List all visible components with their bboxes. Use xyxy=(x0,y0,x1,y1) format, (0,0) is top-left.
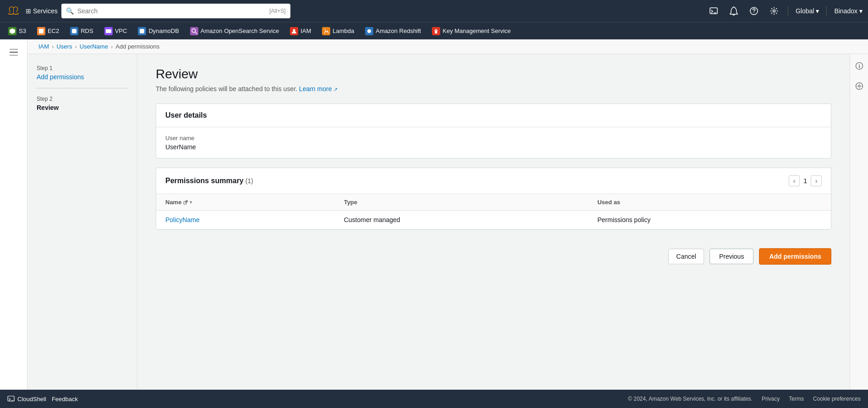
rds-icon xyxy=(70,27,78,35)
vpc-icon xyxy=(104,27,113,35)
page-title: Review xyxy=(156,67,831,82)
username-value: UserName xyxy=(165,143,822,151)
grid-icon: ⊞ xyxy=(26,7,31,15)
redshift-label: Amazon Redshift xyxy=(376,27,421,34)
service-pill-lambda[interactable]: Lambda xyxy=(317,25,359,38)
lambda-label: Lambda xyxy=(333,27,354,34)
service-pill-dynamodb[interactable]: DynamoDB xyxy=(133,25,183,38)
page-content: Step 1 Add permissions Step 2 Review Rev… xyxy=(27,54,868,390)
step-1-label: Step 1 xyxy=(37,65,128,71)
service-pill-ec2[interactable]: EC2 xyxy=(33,25,64,38)
dynamodb-label: DynamoDB xyxy=(148,27,179,34)
s3-icon xyxy=(8,27,16,35)
user-menu[interactable]: Binadox ▾ xyxy=(834,7,863,15)
svg-point-8 xyxy=(192,29,196,33)
info-icon[interactable] xyxy=(853,60,866,72)
chevron-down-icon: ▾ xyxy=(816,7,819,15)
breadcrumb-sep-3: › xyxy=(111,43,113,50)
service-pill-opensearch[interactable]: Amazon OpenSearch Service xyxy=(186,25,284,38)
svg-point-14 xyxy=(859,64,860,65)
notifications-icon-button[interactable] xyxy=(727,5,740,17)
service-bar: S3 EC2 RDS VPC DynamoDB Amazon OpenSearc… xyxy=(0,22,868,39)
cloudshell-button[interactable]: CloudShell xyxy=(7,395,46,403)
privacy-link[interactable]: Privacy xyxy=(762,396,780,402)
kms-label: Key Management Service xyxy=(442,27,511,34)
services-menu[interactable]: ⊞ Services xyxy=(26,7,58,15)
permissions-title: Permissions summary (1) xyxy=(165,177,253,185)
terms-link[interactable]: Terms xyxy=(789,396,804,402)
aws-logo[interactable] xyxy=(5,3,22,19)
user-details-header: User details xyxy=(156,104,831,127)
sidebar-toggle[interactable] xyxy=(5,43,23,61)
svg-rect-10 xyxy=(367,29,371,33)
step-1-name[interactable]: Add permissions xyxy=(37,73,128,81)
service-pill-redshift[interactable]: Amazon Redshift xyxy=(360,25,426,38)
page-subtitle: The following policies will be attached … xyxy=(156,85,831,92)
help-icon-button[interactable] xyxy=(748,5,760,17)
content-area: IAM › Users › UserName › Add permissions… xyxy=(27,39,868,390)
s3-label: S3 xyxy=(19,27,26,34)
settings-icon-button[interactable] xyxy=(768,5,781,17)
step-2-name: Review xyxy=(37,104,128,111)
add-permissions-button[interactable]: Add permissions xyxy=(759,248,831,265)
prev-page-button[interactable]: ‹ xyxy=(789,175,800,186)
cancel-button[interactable]: Cancel xyxy=(668,249,704,264)
search-shortcut: [Alt+S] xyxy=(269,8,286,14)
svg-point-7 xyxy=(140,30,144,32)
dynamodb-icon xyxy=(138,27,146,35)
th-type: Type xyxy=(335,194,589,211)
policy-used-as-cell: Permissions policy xyxy=(588,211,831,229)
previous-button[interactable]: Previous xyxy=(710,249,753,264)
opensearch-label: Amazon OpenSearch Service xyxy=(201,27,279,34)
permissions-table: Name ▾ Type Used as PolicyName xyxy=(156,194,831,229)
search-bar[interactable]: 🔍 [Alt+S] xyxy=(61,4,290,18)
sort-icon: ▾ xyxy=(190,200,192,205)
pagination: ‹ 1 › xyxy=(789,175,822,186)
service-pill-kms[interactable]: Key Management Service xyxy=(427,25,515,38)
main-form: Review The following policies will be at… xyxy=(137,54,850,390)
opensearch-icon xyxy=(190,27,198,35)
sidebar xyxy=(0,39,27,390)
cookie-link[interactable]: Cookie preferences xyxy=(813,396,861,402)
permissions-summary-card: Permissions summary (1) ‹ 1 › xyxy=(156,168,831,230)
learn-more-link[interactable]: Learn more ↗ xyxy=(299,85,338,92)
external-link-small-icon xyxy=(183,200,188,205)
steps-panel: Step 1 Add permissions Step 2 Review xyxy=(27,54,137,390)
svg-rect-4 xyxy=(39,29,44,33)
lambda-icon xyxy=(322,27,330,35)
vpc-label: VPC xyxy=(115,27,127,34)
user-details-body: User name UserName xyxy=(156,127,831,158)
user-details-card: User details User name UserName xyxy=(156,103,831,158)
next-page-button[interactable]: › xyxy=(811,175,822,186)
service-pill-iam[interactable]: IAM xyxy=(285,25,316,38)
terminal-icon-button[interactable] xyxy=(707,5,720,17)
cloudshell-label: CloudShell xyxy=(17,396,46,403)
svg-point-11 xyxy=(436,29,437,30)
compass-icon[interactable] xyxy=(853,80,866,92)
service-pill-rds[interactable]: RDS xyxy=(66,25,98,38)
svg-point-2 xyxy=(753,12,754,13)
external-link-icon: ↗ xyxy=(333,87,338,92)
chevron-down-icon: ▾ xyxy=(859,7,863,15)
rds-label: RDS xyxy=(81,27,93,34)
svg-point-3 xyxy=(773,10,775,12)
search-input[interactable] xyxy=(77,7,266,15)
service-pill-vpc[interactable]: VPC xyxy=(100,25,132,38)
region-selector[interactable]: Global ▾ xyxy=(796,7,819,15)
breadcrumb-iam[interactable]: IAM xyxy=(38,43,49,50)
breadcrumb-users[interactable]: Users xyxy=(56,43,72,50)
breadcrumb-username[interactable]: UserName xyxy=(80,43,108,50)
iam-icon xyxy=(290,27,298,35)
service-pill-s3[interactable]: S3 xyxy=(4,25,31,38)
permissions-count: (1) xyxy=(246,177,253,185)
policy-type-cell: Customer managed xyxy=(335,211,589,229)
svg-rect-17 xyxy=(8,396,14,401)
th-used-as: Used as xyxy=(588,194,831,211)
feedback-button[interactable]: Feedback xyxy=(52,396,78,403)
action-bar: Cancel Previous Add permissions xyxy=(156,239,831,268)
search-icon: 🔍 xyxy=(66,7,74,15)
policy-name-link[interactable]: PolicyName xyxy=(165,216,200,223)
permissions-card-header: Permissions summary (1) ‹ 1 › xyxy=(156,168,831,194)
breadcrumb-sep-2: › xyxy=(75,43,76,50)
redshift-icon xyxy=(365,27,373,35)
